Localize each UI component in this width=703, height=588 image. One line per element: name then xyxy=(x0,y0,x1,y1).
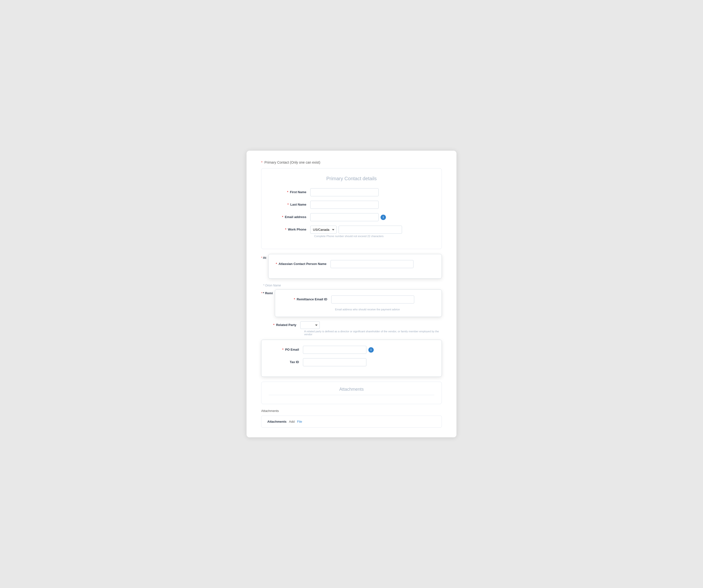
remittance-hint: Email address who should receive the pay… xyxy=(335,308,434,311)
remi-partial-row: * * Remi xyxy=(261,291,273,295)
remittance-email-row: * Remittance Email ID xyxy=(283,295,434,303)
atlassian-contact-label: * Atlassian Contact Person Name xyxy=(276,262,330,266)
at-partial-row: * At xyxy=(261,256,266,260)
attachments-card-title: Attachments xyxy=(269,387,434,395)
attachments-inner-card: Attachments Add File xyxy=(261,416,442,428)
first-name-row: * First Name xyxy=(271,188,432,196)
primary-contact-card: Primary Contact details * First Name * L… xyxy=(261,168,442,249)
remi-partial-label: * Remi xyxy=(263,291,272,295)
remittance-card: * Remittance Email ID Email address who … xyxy=(275,289,442,317)
primary-contact-card-title: Primary Contact details xyxy=(271,176,432,181)
last-name-input[interactable] xyxy=(310,201,379,209)
atlassian-row: * At * Atlassian Contact Person Name xyxy=(261,254,442,281)
related-party-label: * Related Party xyxy=(261,323,300,327)
phone-hint: Complete Phone number should not exceed … xyxy=(310,235,432,238)
tax-id-row: Tax ID xyxy=(269,358,434,366)
work-phone-label: * Work Phone xyxy=(271,227,310,232)
page-container: * Primary Contact (Only one can exist) P… xyxy=(246,151,457,437)
first-name-label: * First Name xyxy=(271,190,310,194)
remittance-email-input[interactable] xyxy=(331,295,414,303)
phone-group: US/Canada UK Australia India Other xyxy=(310,226,402,234)
po-email-input[interactable] xyxy=(303,346,366,354)
related-party-section: * Related Party Yes No A related party i… xyxy=(261,321,442,336)
attachments-inner-row: Attachments Add File xyxy=(267,420,436,423)
phone-country-select[interactable]: US/Canada UK Australia India Other xyxy=(310,226,337,234)
attachments-inner-label: Attachments xyxy=(267,420,287,423)
at-partial-label: At xyxy=(263,256,266,260)
po-email-label: * PO Email xyxy=(269,348,303,352)
attachments-file-link[interactable]: File xyxy=(297,420,302,423)
atlassian-contact-person-row: * Atlassian Contact Person Name xyxy=(276,260,434,268)
remittance-email-label: * Remittance Email ID xyxy=(283,297,331,302)
last-name-label: * Last Name xyxy=(271,203,310,207)
remittance-row: * * Remi * Remittance Email ID Email add… xyxy=(261,289,442,319)
tax-id-input[interactable] xyxy=(303,358,366,366)
last-name-row: * Last Name xyxy=(271,201,432,209)
email-address-label: * Email address xyxy=(271,215,310,219)
phone-number-input[interactable] xyxy=(338,226,402,234)
email-info-icon[interactable]: i xyxy=(381,215,386,220)
attachments-outer-label: Attachments xyxy=(261,409,442,413)
atlassian-contact-card: * Atlassian Contact Person Name xyxy=(268,254,442,279)
related-party-row: * Related Party Yes No xyxy=(261,321,442,329)
email-address-row: * Email address i xyxy=(271,213,432,221)
tax-id-label: Tax ID xyxy=(269,360,303,364)
attachments-add-text: Add xyxy=(289,420,295,423)
po-email-row: * PO Email i xyxy=(269,346,434,354)
first-name-input[interactable] xyxy=(310,188,379,196)
atlassian-contact-input[interactable] xyxy=(330,260,413,268)
related-party-hint: A related party is defined as a director… xyxy=(300,330,442,336)
email-address-input[interactable] xyxy=(310,213,379,221)
orion-name-partial: * Orion Name xyxy=(263,283,442,287)
po-email-info-icon[interactable]: i xyxy=(368,347,374,353)
required-star: * xyxy=(261,160,262,164)
attachments-section: Attachments xyxy=(261,382,442,404)
work-phone-row: * Work Phone US/Canada UK Australia Indi… xyxy=(271,226,432,234)
related-party-select[interactable]: Yes No xyxy=(300,321,320,329)
primary-contact-section-label: * Primary Contact (Only one can exist) xyxy=(261,160,442,164)
bottom-fields-card: * PO Email i Tax ID xyxy=(261,340,442,377)
